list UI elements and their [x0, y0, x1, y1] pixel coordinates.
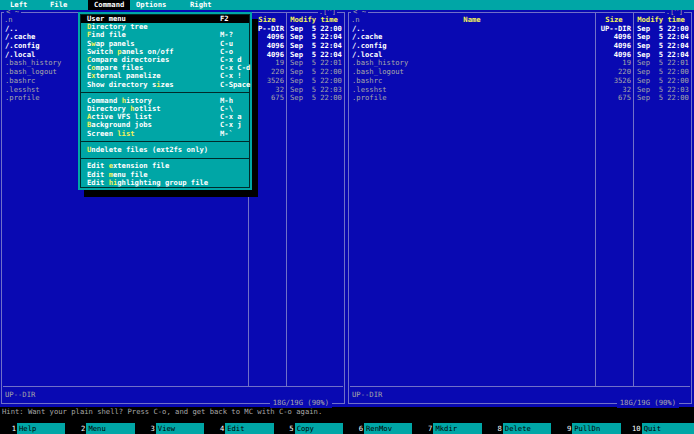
midnight-commander-screen: LeftFileCommandOptionsRight < ~ .[^] .n … [0, 0, 694, 434]
fkey-mkdir[interactable]: 7Mkdir [416, 423, 485, 434]
fkey-label: Edit [225, 423, 273, 434]
fkey-number: 3 [139, 423, 156, 434]
file-mtime: Sep 5 22:00 [633, 94, 689, 103]
menu-shortcut: C-Space [220, 81, 250, 89]
file-name: .bashrc [349, 77, 595, 86]
file-size: 675 [248, 94, 286, 103]
fkey-label: Menu [86, 423, 134, 434]
fkey-label: Copy [295, 423, 343, 434]
file-name: /.cache [349, 33, 595, 42]
fkey-help[interactable]: 1Help [0, 423, 69, 434]
fkey-number: 10 [625, 423, 642, 434]
disk-usage-badge: 18G/19G (90%) [617, 399, 679, 408]
menubar-item-command[interactable]: Command [88, 0, 130, 10]
menu-shortcut: M-` [220, 130, 233, 138]
file-size: 675 [595, 94, 633, 103]
menubar-item-right[interactable]: Right [184, 0, 218, 10]
file-list: /..UP--DIRSep 5 22:00/.cache4096Sep 5 22… [349, 25, 691, 103]
fkey-number: 6 [347, 423, 364, 434]
mini-status: UP--DIR [352, 391, 382, 400]
column-separator [595, 13, 596, 387]
fkey-label: View [156, 423, 204, 434]
fkey-label: Delete [503, 423, 551, 434]
status-separator [350, 386, 690, 387]
fkey-number: 4 [208, 423, 225, 434]
file-name: .bash_history [349, 59, 595, 68]
fkey-number: 7 [416, 423, 433, 434]
menu-item-undelete-files-ext2fs-only[interactable]: Undelete files (ext2fs only) [81, 146, 249, 154]
file-name: /.config [349, 42, 595, 51]
file-row[interactable]: .profile675Sep 5 22:00 [349, 94, 691, 103]
menu-shortcut: F2 [220, 15, 229, 23]
command-menu-dropdown: User menuF2Directory treeFind fileM-?Swa… [78, 12, 252, 190]
fkey-delete[interactable]: 8Delete [486, 423, 555, 434]
fkey-pulldn[interactable]: 9PullDn [555, 423, 624, 434]
file-name: .bash_logout [349, 68, 595, 77]
menubar-item-options[interactable]: Options [130, 0, 172, 10]
fkey-number: 8 [486, 423, 503, 434]
fkey-renmov[interactable]: 6RenMov [347, 423, 416, 434]
menu-item-edit-highlighting-group-file[interactable]: Edit highlighting group file [81, 179, 249, 187]
fkey-label: Mkdir [433, 423, 481, 434]
fkey-label: PullDn [572, 423, 620, 434]
menubar-item-left[interactable]: Left [4, 0, 33, 10]
fkey-view[interactable]: 3View [139, 423, 208, 434]
mini-status: UP--DIR [5, 391, 35, 400]
fkey-label: Quit [642, 423, 694, 434]
menubar-item-file[interactable]: File [44, 0, 73, 10]
fkey-menu[interactable]: 2Menu [69, 423, 138, 434]
file-name: .profile [349, 94, 595, 103]
status-separator [3, 386, 343, 387]
fkey-edit[interactable]: 4Edit [208, 423, 277, 434]
column-header-name[interactable]: Name [349, 16, 595, 25]
file-name: /.local [349, 51, 595, 60]
fkey-number: 1 [0, 423, 17, 434]
function-key-bar: 1Help2Menu3View4Edit5Copy6RenMov7Mkdir8D… [0, 423, 694, 434]
column-separator [286, 13, 287, 387]
fkey-number: 2 [69, 423, 86, 434]
file-name: /.. [349, 25, 595, 34]
menu-item-show-directory-sizes[interactable]: Show directory sizesC-Space [81, 81, 249, 89]
fkey-label: RenMov [364, 423, 412, 434]
file-name: .lesshst [349, 86, 595, 95]
file-panel-right: < ~ .[^] .n Name Size Modify time /..UP-… [348, 12, 692, 404]
fkey-label: Help [17, 423, 65, 434]
menu-bar: LeftFileCommandOptionsRight [0, 0, 694, 10]
fkey-number: 5 [278, 423, 295, 434]
fkey-number: 9 [555, 423, 572, 434]
column-separator [633, 13, 634, 387]
file-mtime: Sep 5 22:00 [286, 94, 342, 103]
menu-item-screen-list[interactable]: Screen listM-` [81, 130, 249, 138]
fkey-quit[interactable]: 10Quit [625, 423, 694, 434]
fkey-copy[interactable]: 5Copy [278, 423, 347, 434]
